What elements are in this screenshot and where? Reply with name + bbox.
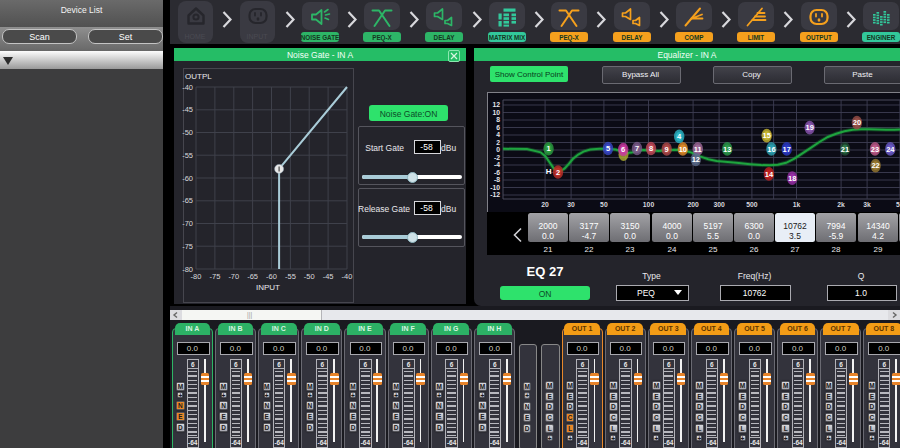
svg-text:12: 12 — [692, 155, 700, 164]
svg-text:-65: -65 — [247, 272, 258, 281]
svg-text:1: 1 — [547, 144, 551, 153]
svg-text:-65: -65 — [182, 196, 193, 205]
svg-text:7: 7 — [635, 144, 639, 153]
svg-text:-60: -60 — [182, 174, 193, 183]
svg-text:-4: -4 — [494, 161, 500, 168]
svg-text:20: 20 — [853, 118, 861, 127]
svg-text:-75: -75 — [182, 242, 193, 251]
svg-text:-50: -50 — [182, 128, 193, 137]
svg-text:200: 200 — [687, 201, 699, 208]
svg-text:20: 20 — [541, 201, 549, 208]
svg-text:6: 6 — [621, 145, 625, 154]
svg-text:2: 2 — [556, 168, 560, 177]
svg-text:50: 50 — [600, 201, 608, 208]
svg-text:8: 8 — [496, 116, 500, 123]
svg-text:4: 4 — [496, 131, 500, 138]
svg-text:18: 18 — [788, 174, 796, 183]
svg-text:13: 13 — [723, 145, 731, 154]
svg-text:30: 30 — [567, 201, 575, 208]
svg-text:INPUT: INPUT — [256, 283, 280, 292]
svg-text:-70: -70 — [182, 219, 193, 228]
svg-text:-40: -40 — [182, 83, 193, 92]
svg-text:0: 0 — [496, 146, 500, 153]
svg-text:11: 11 — [694, 145, 702, 154]
svg-text:10: 10 — [679, 145, 687, 154]
svg-text:2k: 2k — [837, 201, 845, 208]
svg-text:22: 22 — [871, 161, 879, 170]
svg-text:-45: -45 — [182, 105, 193, 114]
svg-text:5: 5 — [606, 144, 610, 153]
svg-text:2: 2 — [496, 139, 500, 146]
svg-text:23: 23 — [871, 145, 879, 154]
svg-text:1k: 1k — [793, 201, 801, 208]
svg-text:17: 17 — [783, 145, 791, 154]
svg-text:-6: -6 — [494, 169, 500, 176]
svg-text:-45: -45 — [323, 272, 334, 281]
svg-text:9: 9 — [665, 145, 669, 154]
svg-text:6: 6 — [496, 124, 500, 131]
svg-text:12: 12 — [492, 101, 500, 108]
svg-text:5k: 5k — [896, 201, 900, 208]
svg-text:300: 300 — [713, 201, 725, 208]
svg-text:-75: -75 — [209, 272, 220, 281]
svg-text:-50: -50 — [304, 272, 315, 281]
svg-text:-12: -12 — [490, 191, 500, 198]
svg-text:8: 8 — [649, 144, 653, 153]
svg-text:14: 14 — [765, 170, 774, 179]
svg-text:21: 21 — [841, 145, 849, 154]
svg-text:24: 24 — [886, 145, 895, 154]
svg-text:-55: -55 — [182, 151, 193, 160]
svg-text:3k: 3k — [863, 201, 871, 208]
svg-text:-60: -60 — [266, 272, 277, 281]
svg-text:19: 19 — [806, 123, 814, 132]
svg-text:15: 15 — [763, 131, 771, 140]
svg-text:-40: -40 — [342, 272, 353, 281]
svg-text:100: 100 — [643, 201, 655, 208]
svg-text:OUTPL: OUTPL — [185, 72, 212, 81]
svg-text:H: H — [546, 167, 552, 176]
svg-text:-70: -70 — [228, 272, 239, 281]
svg-text:10: 10 — [492, 109, 500, 116]
svg-text:16: 16 — [767, 145, 775, 154]
svg-text:-80: -80 — [191, 272, 202, 281]
svg-text:-55: -55 — [285, 272, 296, 281]
svg-text:500: 500 — [746, 201, 758, 208]
svg-text:-2: -2 — [494, 154, 500, 161]
svg-text:-8: -8 — [494, 176, 500, 183]
svg-text:-10: -10 — [490, 184, 500, 191]
